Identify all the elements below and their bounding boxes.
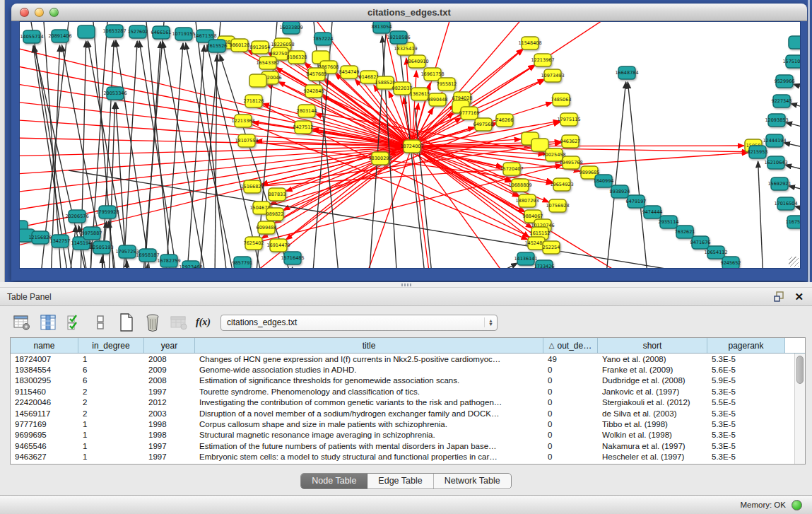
graph-node[interactable]: 9975887 [82, 227, 102, 240]
graph-node[interactable]: 12505193 [90, 241, 113, 254]
graph-node[interactable]: 1840994 [594, 175, 614, 187]
graph-node[interactable]: 16033809 [279, 22, 302, 34]
graph-node[interactable]: 7615526 [207, 40, 228, 52]
table-settings-icon[interactable] [13, 313, 31, 332]
column-header-out_de[interactable]: △out_de… [543, 338, 598, 353]
graph-node[interactable]: 10653287 [102, 25, 126, 37]
column-header-title[interactable]: title [195, 338, 543, 353]
graph-node[interactable]: 1733426 [534, 260, 555, 269]
network-canvas[interactable]: 1872400776638229860128891295418226058982… [19, 21, 801, 269]
table-row[interactable]: 1830029562008Estimation of significance … [11, 375, 805, 386]
graph-node[interactable]: 12444194 [763, 134, 786, 147]
graph-node[interactable]: 9890448 [428, 93, 448, 106]
graph-node[interactable]: 10973493 [541, 69, 564, 82]
table-row[interactable]: 1872400712008Changes of HCN gene express… [11, 354, 805, 364]
graph-node[interactable]: 18724007 [400, 140, 423, 153]
graph-node[interactable]: 2935114 [659, 216, 679, 228]
graph-node[interactable] [249, 74, 266, 87]
graph-node[interactable]: 12156829 [28, 231, 52, 244]
graph-node[interactable]: 8912954 [250, 41, 271, 54]
graph-node[interactable]: 2803144 [297, 105, 317, 117]
graph-node[interactable]: 9463627 [560, 135, 581, 148]
graph-node[interactable]: 17016504 [774, 197, 797, 210]
graph-node[interactable]: 9777169 [459, 107, 480, 119]
column-header-short[interactable]: short [598, 338, 707, 353]
graph-node[interactable]: 16782759 [157, 255, 180, 267]
graph-node[interactable]: 18807293 [515, 194, 539, 207]
graph-node[interactable]: 8471676 [690, 236, 711, 249]
graph-node[interactable]: 15720407 [500, 163, 523, 175]
graph-node[interactable]: 1527602 [128, 25, 148, 38]
graph-node[interactable]: 10756928 [546, 199, 569, 212]
graph-node[interactable]: 16543382 [256, 57, 279, 69]
graph-node[interactable]: 16648784 [615, 66, 638, 79]
function-builder-icon[interactable]: f(x) [196, 317, 211, 328]
graph-node[interactable]: 7625402 [244, 237, 264, 250]
table-row[interactable]: 946362711997Embryonic stem cells: a mode… [11, 452, 805, 462]
graph-node[interactable]: 7485063 [551, 93, 572, 106]
graph-node[interactable]: 20891406 [48, 30, 71, 42]
stacked-rows-icon[interactable] [91, 313, 110, 332]
close-panel-icon[interactable]: ✕ [794, 291, 804, 302]
graph-node[interactable]: 18107554 [235, 134, 258, 147]
column-select-icon[interactable] [39, 313, 57, 332]
graph-node[interactable]: 9227343 [772, 95, 792, 107]
graph-node[interactable]: 10688809 [508, 179, 531, 192]
graph-node[interactable]: 7955812 [437, 78, 457, 90]
table-vertical-scrollbar[interactable] [794, 354, 805, 464]
graph-node[interactable]: 2718126 [244, 95, 264, 107]
graph-node[interactable]: 9245652 [721, 257, 741, 269]
graph-node[interactable]: 12923468 [179, 261, 202, 269]
window-resize-grip[interactable] [789, 257, 799, 267]
graph-node[interactable]: 746266 [496, 114, 514, 127]
column-header-year[interactable]: year [144, 338, 195, 353]
graph-node[interactable]: 16914479 [266, 239, 290, 252]
graph-node[interactable]: 14055714 [20, 30, 43, 43]
graph-node[interactable]: 887833 [269, 188, 286, 201]
graph-node[interactable]: 6497568 [473, 118, 494, 131]
network-window-titlebar[interactable]: citations_edges.txt [11, 4, 807, 21]
new-column-icon[interactable] [117, 313, 136, 332]
graph-node[interactable]: 1342757 [50, 235, 71, 247]
graph-node[interactable]: 16958187 [136, 249, 159, 262]
graph-node[interactable]: 20053346 [103, 87, 126, 100]
graph-node[interactable]: 19654923 [550, 178, 573, 191]
graph-node[interactable]: 11548408 [518, 37, 541, 49]
select-columns-check-icon[interactable] [65, 313, 83, 332]
column-header-name[interactable]: name [11, 338, 78, 353]
graph-node[interactable]: 12093853 [765, 114, 788, 127]
graph-node[interactable]: 8938924 [610, 185, 630, 198]
graph-node[interactable]: 7857224 [313, 33, 334, 45]
scrollbar-thumb[interactable] [796, 356, 804, 384]
graph-node[interactable]: 17959928 [95, 206, 119, 218]
graph-node[interactable]: 19495768 [559, 156, 582, 169]
graph-node[interactable]: 8457685 [307, 68, 327, 81]
graph-node[interactable]: 19218586 [387, 31, 410, 44]
graph-node[interactable]: 12213967 [531, 54, 554, 66]
graph-node[interactable]: 9529966 [775, 75, 795, 88]
graph-node[interactable]: 16210643 [764, 156, 787, 169]
graph-node[interactable]: 17975115 [557, 113, 580, 126]
graph-node[interactable]: 15692921 [767, 177, 791, 190]
tab-network-table[interactable]: Network Table [434, 474, 511, 489]
graph-node[interactable]: 252254 [543, 241, 560, 254]
graph-node[interactable]: 15716485 [281, 252, 304, 264]
graph-node[interactable]: 9474444 [642, 206, 663, 218]
table-row[interactable]: 2242004622012Investigating the contribut… [11, 397, 805, 408]
table-chooser-dropdown[interactable]: citations_edges.txt ▲▼ [220, 315, 498, 331]
graph-node[interactable]: 18300295 [368, 152, 392, 165]
graph-node[interactable]: 10719155 [172, 28, 195, 40]
graph-node[interactable]: 8215953 [748, 146, 768, 158]
graph-node[interactable]: 1167533 [786, 216, 801, 228]
graph-node[interactable]: 989822 [266, 208, 284, 221]
graph-node[interactable]: 15751074 [782, 55, 801, 68]
graph-node[interactable]: 9860128 [230, 39, 250, 52]
graph-node[interactable]: 12213363 [231, 115, 254, 127]
column-header-in_degree[interactable]: in_degree [78, 338, 144, 353]
table-row[interactable]: 911546021997Tourette syndrome. Phenomeno… [11, 386, 805, 397]
graph-node[interactable]: 6099484 [257, 221, 277, 234]
graph-node[interactable]: 15166827 [240, 180, 264, 193]
table-row[interactable]: 969969511998Structural magnetic resonanc… [11, 430, 805, 440]
graph-node[interactable]: 6466161 [151, 26, 172, 39]
graph-node[interactable]: 9857791 [233, 257, 253, 269]
